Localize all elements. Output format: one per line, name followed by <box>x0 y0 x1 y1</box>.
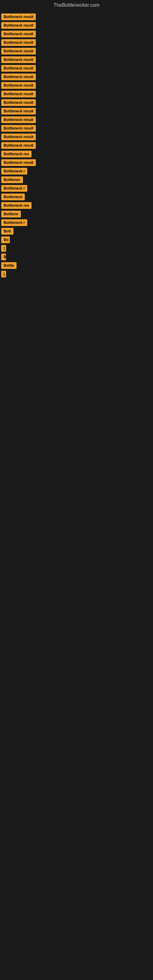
list-item[interactable]: Bottleneck r <box>1 185 152 192</box>
bottleneck-badge: Bott <box>1 228 13 235</box>
bottleneck-badge: Bottleneck res <box>1 202 32 209</box>
site-title: TheBottlenecker.com <box>0 0 153 10</box>
list-item[interactable]: Bottle <box>1 262 152 269</box>
bottleneck-badge: Bottleneck result <box>1 108 36 115</box>
list-item[interactable]: Bottleneck result <box>1 116 152 123</box>
list-item[interactable]: B <box>1 254 152 260</box>
list-item[interactable]: Bottleneck result <box>1 48 152 54</box>
bottleneck-badge: Bo <box>1 236 10 243</box>
list-item[interactable]: Bottleneck result <box>1 108 152 115</box>
bottleneck-badge: Bottleneck result <box>1 39 36 46</box>
bottleneck-badge: Bottleneck r <box>1 168 27 175</box>
bottleneck-badge: Bottleneck result <box>1 22 36 29</box>
bottleneck-badge: B <box>1 254 6 260</box>
list-item[interactable]: Bottleneck result <box>1 65 152 72</box>
bottleneck-badge: Bottleneck result <box>1 159 36 166</box>
list-item[interactable]: | <box>1 245 152 252</box>
list-item[interactable]: Bottleneck r <box>1 219 152 226</box>
list-item[interactable]: Bottleneck <box>1 194 152 200</box>
bottleneck-badge: Bottleneck result <box>1 134 36 140</box>
list-item[interactable]: | <box>1 271 152 277</box>
bottleneck-badge: Bottle <box>1 262 16 269</box>
bottleneck-badge: Bottleneck result <box>1 142 36 149</box>
bottleneck-badge: Bottleneck result <box>1 82 36 89</box>
list-item[interactable]: Bottleneck result <box>1 73 152 80</box>
list-item[interactable]: Bottleneck result <box>1 91 152 97</box>
list-item[interactable]: Bottleneck result <box>1 22 152 29</box>
bottleneck-badge: Bottleneck r <box>1 219 27 226</box>
bottleneck-badge: Bottleneck result <box>1 73 36 80</box>
bottleneck-badge: Bottleneck result <box>1 125 36 132</box>
list-item[interactable]: Bottleneck result <box>1 159 152 166</box>
list-item[interactable]: Bottleneck result <box>1 142 152 149</box>
list-item[interactable]: Bott <box>1 228 152 235</box>
bottleneck-badge: Bottleneck result <box>1 13 36 20</box>
bottleneck-badge: Bottleneck result <box>1 116 36 123</box>
list-item[interactable]: Bottlene <box>1 211 152 218</box>
bottleneck-badge: Bottlene <box>1 211 21 218</box>
list-item[interactable]: Bottleneck r <box>1 168 152 175</box>
list-item[interactable]: Bottleneck result <box>1 30 152 37</box>
bottleneck-badge: Bottleneck result <box>1 48 36 54</box>
list-item[interactable]: Bottleneck res <box>1 151 152 158</box>
list-item[interactable]: Bo <box>1 236 152 243</box>
bottleneck-list: Bottleneck resultBottleneck resultBottle… <box>0 10 153 280</box>
list-item[interactable]: Bottleneck result <box>1 99 152 106</box>
list-item[interactable]: Bottleneck res <box>1 202 152 209</box>
bottleneck-badge: Bottleneck res <box>1 151 32 158</box>
bottleneck-badge: Bottleneck result <box>1 65 36 72</box>
list-item[interactable]: Bottleneck result <box>1 13 152 20</box>
bottleneck-badge: Bottleneck result <box>1 30 36 37</box>
bottleneck-badge: Bottleneck <box>1 194 25 200</box>
bottleneck-badge: | <box>1 245 6 252</box>
list-item[interactable]: Bottleneck result <box>1 56 152 63</box>
bottleneck-badge: | <box>1 271 6 277</box>
list-item[interactable]: Bottlenec <box>1 177 152 183</box>
list-item[interactable]: Bottleneck result <box>1 82 152 89</box>
bottleneck-badge: Bottleneck result <box>1 56 36 63</box>
list-item[interactable]: Bottleneck result <box>1 134 152 140</box>
bottleneck-badge: Bottleneck result <box>1 91 36 97</box>
bottleneck-badge: Bottleneck r <box>1 185 27 192</box>
bottleneck-badge: Bottlenec <box>1 177 23 183</box>
list-item[interactable]: Bottleneck result <box>1 39 152 46</box>
bottleneck-badge: Bottleneck result <box>1 99 36 106</box>
list-item[interactable]: Bottleneck result <box>1 125 152 132</box>
